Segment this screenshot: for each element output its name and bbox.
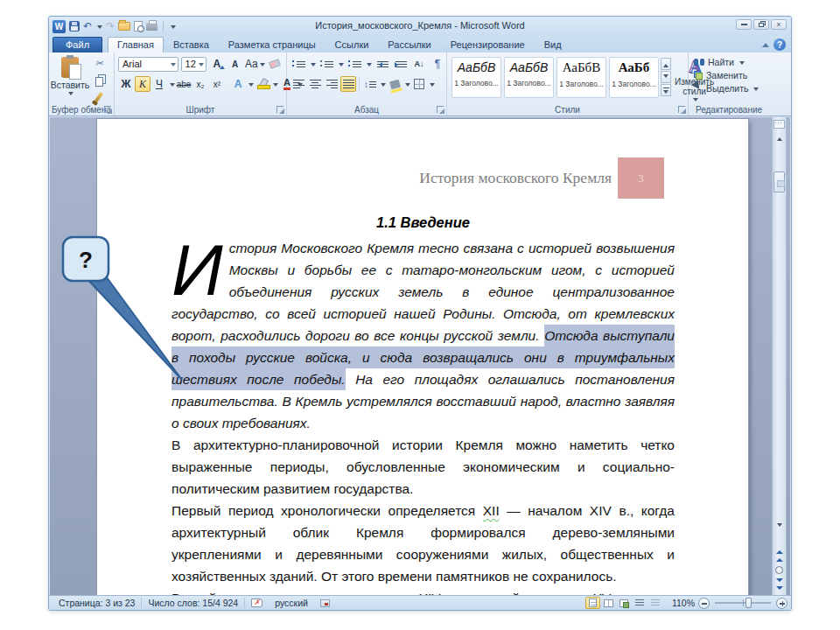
align-center-icon [310, 79, 321, 90]
borders-button[interactable] [411, 76, 427, 92]
scrollbar-thumb[interactable] [774, 172, 785, 192]
styles-scroll-down-button[interactable] [661, 71, 671, 83]
bullets-dropdown-icon[interactable] [311, 63, 316, 69]
vertical-scrollbar[interactable] [772, 117, 787, 595]
close-button[interactable]: × [771, 19, 787, 30]
sort-button[interactable]: А↓ [411, 56, 427, 72]
strikethrough-button[interactable]: abe [176, 76, 192, 92]
word-count[interactable]: Число слов: 15/4 924 [142, 598, 244, 608]
paste-icon [61, 57, 79, 78]
clipboard-dialog-launcher-icon[interactable] [104, 106, 111, 113]
restore-button[interactable] [753, 19, 769, 30]
style-card[interactable]: АаБбВ 1 Заголово... [452, 57, 501, 98]
tab-mailings[interactable]: Рассылки [378, 37, 440, 52]
shrink-font-button[interactable]: А [228, 56, 243, 72]
shading-dropdown-icon[interactable] [405, 83, 410, 89]
superscript-button[interactable]: x² [209, 76, 225, 92]
zoom-level[interactable]: 110% [672, 598, 695, 608]
paragraph-dialog-launcher-icon[interactable] [437, 106, 444, 113]
zoom-slider-track[interactable] [715, 602, 771, 604]
line-spacing-button[interactable]: ↕ [362, 76, 378, 92]
scroll-up-button[interactable] [773, 131, 786, 144]
ruler-toggle-button[interactable] [773, 118, 786, 130]
proofing-status-button[interactable]: ✗ [245, 598, 269, 607]
multilevel-dropdown-icon[interactable] [367, 63, 372, 69]
copy-button[interactable] [90, 73, 108, 88]
previous-page-button[interactable] [776, 547, 783, 562]
align-left-icon [293, 79, 304, 90]
bullets-button[interactable] [290, 56, 306, 72]
font-size-combo[interactable]: 12 [181, 57, 206, 72]
clear-formatting-button[interactable] [267, 56, 283, 72]
paste-button[interactable]: Вставить [52, 56, 88, 102]
collapse-ribbon-icon[interactable] [762, 39, 769, 47]
paste-dropdown-icon[interactable] [68, 92, 74, 98]
document-page[interactable]: История московского Кремля 3 1.1 Введени… [97, 119, 748, 595]
underline-button[interactable]: Ч [151, 76, 167, 92]
align-left-button[interactable] [290, 76, 306, 92]
italic-button[interactable]: К [135, 76, 150, 92]
body-text[interactable]: История Московского Кремля тесно связана… [172, 237, 675, 595]
web-layout-view-button[interactable] [617, 597, 632, 609]
tab-insert[interactable]: Вставка [164, 37, 219, 52]
draft-view-button[interactable] [648, 597, 663, 609]
macro-record-button[interactable] [314, 599, 336, 607]
tab-view[interactable]: Вид [535, 37, 571, 52]
select-button[interactable]: Выделить [694, 83, 767, 94]
highlight-color-button[interactable] [255, 76, 270, 92]
styles-dialog-launcher-icon[interactable] [678, 106, 685, 113]
sort-icon: А↓ [415, 60, 424, 68]
tab-references[interactable]: Ссылки [326, 37, 379, 52]
tab-file[interactable]: Файл [52, 37, 102, 52]
font-name-combo[interactable]: Arial [118, 57, 178, 72]
multilevel-list-button[interactable] [346, 56, 362, 72]
scroll-down-button[interactable] [773, 520, 786, 532]
zoom-slider-thumb[interactable] [746, 598, 752, 608]
window-controls: × [736, 19, 787, 30]
language-indicator[interactable]: русский [269, 598, 314, 608]
help-button[interactable]: ? [774, 38, 786, 51]
shading-button[interactable] [387, 76, 402, 92]
underline-dropdown-icon[interactable] [170, 83, 175, 89]
styles-scroll-up-button[interactable] [661, 58, 671, 70]
zoom-out-button[interactable] [698, 598, 710, 609]
cut-icon: ✂ [94, 58, 102, 69]
zoom-in-button[interactable] [776, 598, 788, 609]
outline-view-button[interactable] [633, 597, 648, 609]
subscript-button[interactable]: x₂ [192, 76, 208, 92]
bold-button[interactable]: Ж [118, 76, 134, 92]
text-effects-dropdown-icon[interactable] [248, 83, 254, 89]
tab-home[interactable]: Главная [108, 37, 164, 52]
align-center-button[interactable] [307, 76, 323, 92]
find-button[interactable]: Найти [694, 57, 767, 67]
tab-review[interactable]: Рецензирование [441, 37, 535, 52]
increase-indent-button[interactable] [393, 56, 409, 72]
borders-dropdown-icon[interactable] [430, 83, 435, 89]
page-indicator[interactable]: Страница: 3 из 23 [52, 598, 141, 608]
style-card[interactable]: АаБбВ 1 Заголово... [504, 57, 554, 98]
fullscreen-reading-view-button[interactable] [601, 597, 616, 609]
format-painter-button[interactable] [90, 89, 108, 104]
line-spacing-dropdown-icon[interactable] [381, 83, 386, 89]
grow-font-button[interactable]: А [209, 56, 225, 72]
select-browse-object-button[interactable] [775, 566, 783, 574]
style-card[interactable]: АаБб 1 Заголово... [609, 57, 659, 98]
justify-button[interactable] [340, 76, 356, 92]
replace-button[interactable]: Заменить [694, 70, 767, 80]
minimize-button[interactable] [736, 19, 752, 30]
next-page-button[interactable] [776, 578, 783, 593]
numbering-button[interactable] [318, 56, 334, 72]
tab-page-layout[interactable]: Разметка страницы [219, 37, 326, 52]
numbering-dropdown-icon[interactable] [339, 63, 344, 69]
decrease-indent-button[interactable] [374, 56, 390, 72]
styles-gallery-more-button[interactable] [661, 84, 671, 96]
change-case-button[interactable]: Аа [246, 56, 264, 72]
text-effects-button[interactable]: А [230, 76, 246, 92]
style-card[interactable]: АаБбВ 1 Заголово... [556, 57, 606, 98]
align-right-button[interactable] [324, 76, 340, 92]
show-marks-button[interactable]: ¶ [430, 56, 445, 72]
print-layout-view-button[interactable] [585, 597, 600, 609]
font-dialog-launcher-icon[interactable] [276, 106, 284, 113]
highlight-dropdown-icon[interactable] [273, 83, 278, 89]
cut-button[interactable]: ✂ [90, 56, 108, 71]
